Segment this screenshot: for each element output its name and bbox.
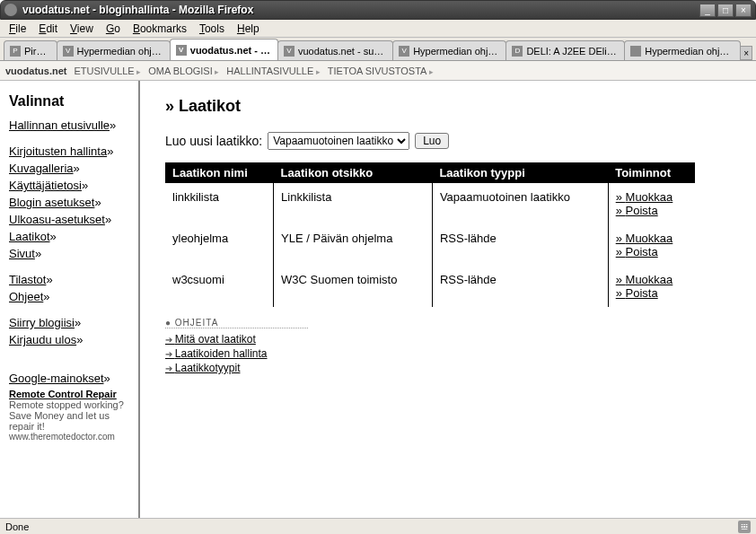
help-link[interactable]: Laatikkotyypit: [165, 361, 731, 375]
cell-actions: MuokkaaPoista: [608, 183, 695, 224]
ad-url[interactable]: www.theremotedoctor.com: [9, 432, 129, 442]
browser-tab[interactable]: Vvuodatus.net - blogi...: [170, 39, 278, 60]
page-title: » Laatikot: [165, 97, 731, 116]
menu-file[interactable]: File: [4, 21, 31, 37]
browser-tab[interactable]: VHypermedian ohjelmointi: [392, 40, 506, 60]
nav-item[interactable]: HALLINTASIVULLE: [226, 66, 321, 76]
nav-item[interactable]: ETUSIVULLE: [74, 66, 141, 76]
tab-strip: PPirkka.fiVHypermedian ohjelmointiVvuoda…: [0, 38, 756, 61]
tab-label: Pirkka.fi: [24, 46, 51, 57]
create-button[interactable]: Luo: [415, 133, 449, 149]
sidebar-link[interactable]: Blogin asetukset: [9, 196, 129, 209]
favicon: [630, 46, 641, 57]
tab-label: vuodatus.net - blogi...: [190, 45, 272, 56]
browser-tab[interactable]: PPirkka.fi: [4, 40, 57, 60]
help-link[interactable]: Laatikoiden hallinta: [165, 346, 731, 361]
favicon: D: [512, 46, 523, 57]
edit-link[interactable]: Muokkaa: [616, 232, 688, 245]
menu-edit[interactable]: Edit: [33, 21, 63, 37]
rss-icon[interactable]: 𝍔: [738, 521, 751, 533]
sidebar-heading: Valinnat: [9, 93, 129, 109]
column-header: Laatikon nimi: [165, 162, 274, 183]
create-box-label: Luo uusi laatikko:: [165, 134, 262, 148]
cell-title: Linkkilista: [274, 183, 433, 224]
sidebar-ad: Remote Control Repair Remote stopped wor…: [9, 389, 129, 442]
cell-type: Vapaamuotoinen laatikko: [432, 183, 608, 224]
firefox-icon: [4, 4, 17, 16]
cell-title: W3C Suomen toimisto: [274, 266, 433, 307]
menu-help[interactable]: Help: [232, 21, 265, 37]
sidebar-link[interactable]: Tilastot: [9, 273, 129, 286]
nav-item[interactable]: OMA BLOGISI: [148, 66, 219, 76]
favicon: V: [284, 46, 294, 57]
main-content: » Laatikot Luo uusi laatikko: Vapaamuoto…: [140, 81, 756, 518]
column-header: Laatikon tyyppi: [432, 162, 608, 183]
site-nav: vuodatus.net ETUSIVULLEOMA BLOGISIHALLIN…: [0, 61, 756, 81]
column-header: Toiminnot: [608, 162, 695, 183]
sidebar-link[interactable]: Laatikot: [9, 230, 129, 243]
browser-tab[interactable]: DDELI: A J2EE DElivery c...: [505, 40, 625, 60]
favicon: P: [10, 46, 21, 57]
ad-title[interactable]: Remote Control Repair: [9, 389, 129, 399]
google-ads-label[interactable]: Google-mainokset: [9, 372, 129, 385]
menu-go[interactable]: Go: [101, 21, 126, 37]
sidebar-link[interactable]: Kirjaudu ulos: [9, 333, 129, 346]
cell-actions: MuokkaaPoista: [608, 224, 695, 266]
menu-tools[interactable]: Tools: [194, 21, 230, 37]
browser-tab[interactable]: Hypermedian ohjelmoin...: [624, 40, 741, 60]
box-type-select[interactable]: Vapaamuotoinen laatikko: [268, 132, 409, 150]
help-heading: OHJEITA: [165, 318, 308, 328]
sidebar-link[interactable]: Ulkoasu-asetukset: [9, 213, 129, 226]
tab-label: Hypermedian ohjelmointi: [413, 46, 500, 57]
tab-label: Hypermedian ohjelmoin...: [645, 46, 734, 57]
help-link[interactable]: Mitä ovat laatikot: [165, 332, 731, 346]
tab-close-button[interactable]: ×: [740, 46, 752, 60]
status-bar: Done 𝍔: [0, 518, 756, 534]
tab-label: Hypermedian ohjelmointi: [77, 46, 164, 57]
sidebar-link[interactable]: Käyttäjätietosi: [9, 179, 129, 192]
sidebar-link[interactable]: Kuvagalleria: [9, 162, 129, 175]
browser-tab[interactable]: Vvuodatus.net - suomala...: [277, 40, 393, 60]
table-row: linkkilistaLinkkilistaVapaamuotoinen laa…: [165, 183, 695, 224]
status-text: Done: [5, 521, 29, 532]
menu-bookmarks[interactable]: Bookmarks: [127, 21, 192, 37]
boxes-table: Laatikon nimiLaatikon otsikkoLaatikon ty…: [165, 162, 695, 307]
window-titlebar: vuodatus.net - bloginhallinta - Mozilla …: [0, 0, 756, 20]
delete-link[interactable]: Poista: [616, 245, 688, 258]
minimize-button[interactable]: _: [699, 4, 716, 17]
cell-type: RSS-lähde: [432, 266, 608, 307]
cell-type: RSS-lähde: [432, 224, 608, 266]
delete-link[interactable]: Poista: [616, 204, 688, 217]
tab-label: vuodatus.net - suomala...: [298, 46, 387, 57]
favicon: V: [63, 46, 74, 57]
ad-description: Remote stopped working? Save Money and l…: [9, 399, 129, 432]
sidebar-link[interactable]: Hallinnan etusivulle: [9, 118, 129, 132]
delete-link[interactable]: Poista: [616, 286, 688, 300]
column-header: Laatikon otsikko: [274, 162, 433, 183]
cell-name: linkkilista: [165, 183, 274, 224]
edit-link[interactable]: Muokkaa: [616, 273, 688, 286]
browser-tab[interactable]: VHypermedian ohjelmointi: [57, 40, 171, 60]
favicon: V: [399, 46, 409, 57]
close-button[interactable]: ×: [735, 4, 752, 17]
sidebar-link[interactable]: Siirry blogiisi: [9, 316, 129, 329]
menu-view[interactable]: View: [65, 21, 99, 37]
table-row: yleohjelmaYLE / Päivän ohjelmaRSS-lähdeM…: [165, 224, 695, 266]
favicon: V: [176, 45, 187, 56]
menu-bar: FileEditViewGoBookmarksToolsHelp: [0, 20, 756, 38]
window-title: vuodatus.net - bloginhallinta - Mozilla …: [22, 4, 699, 16]
sidebar-link[interactable]: Sivut: [9, 247, 129, 260]
sidebar-link[interactable]: Ohjeet: [9, 290, 129, 303]
sidebar: Valinnat Hallinnan etusivulleKirjoituste…: [0, 81, 140, 518]
cell-actions: MuokkaaPoista: [608, 266, 695, 307]
cell-title: YLE / Päivän ohjelma: [274, 224, 433, 266]
nav-item[interactable]: TIETOA SIVUSTOSTA: [328, 66, 434, 76]
help-box: OHJEITA Mitä ovat laatikotLaatikoiden ha…: [165, 316, 731, 375]
cell-name: yleohjelma: [165, 224, 274, 266]
tab-label: DELI: A J2EE DElivery c...: [526, 46, 619, 57]
site-brand[interactable]: vuodatus.net: [5, 66, 66, 76]
sidebar-link[interactable]: Kirjoitusten hallinta: [9, 144, 129, 158]
edit-link[interactable]: Muokkaa: [616, 190, 688, 204]
maximize-button[interactable]: □: [717, 4, 734, 17]
table-row: w3csuomiW3C Suomen toimistoRSS-lähdeMuok…: [165, 266, 695, 307]
